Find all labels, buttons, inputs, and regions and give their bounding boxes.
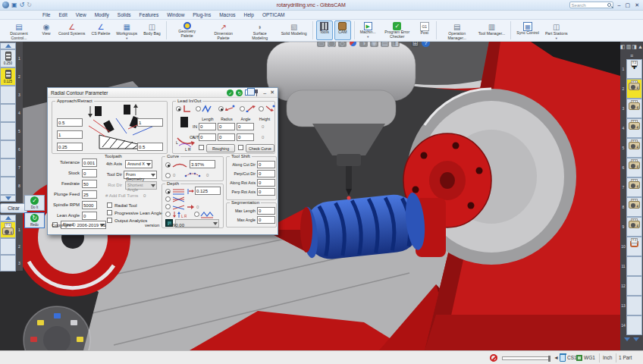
cs-palette-button[interactable]: CS Palette	[89, 20, 112, 40]
close-button[interactable]: ✕	[635, 2, 639, 8]
body-bag-button[interactable]: Body Bag	[141, 20, 163, 40]
geometry-palette-button[interactable]: Geometry Palette	[170, 20, 205, 40]
lead-in-field-2[interactable]	[237, 123, 254, 130]
roughing-checkbox[interactable]	[199, 145, 204, 150]
help-icon[interactable]	[422, 42, 430, 47]
operation-tile-14[interactable]	[626, 315, 642, 335]
redo-icon[interactable]: ↻	[27, 2, 32, 8]
minimize-button[interactable]: –	[618, 2, 621, 8]
dialog-titlebar[interactable]: Radial Contour Parameter ✓ ↻ – ✕	[48, 88, 278, 98]
menu-solids[interactable]: Solids	[118, 12, 131, 17]
search-input[interactable]: Search	[569, 2, 613, 8]
machin-button[interactable]: Machin...▼	[358, 20, 378, 40]
depth-zigzag-radio[interactable]	[194, 212, 199, 217]
process-tile-3[interactable]	[0, 255, 16, 271]
view-half-icon[interactable]	[359, 42, 368, 47]
menu-edit[interactable]: Edit	[58, 12, 67, 17]
view-frame-icon[interactable]	[317, 42, 325, 47]
ops-scroll-down2[interactable]	[633, 337, 639, 341]
depth-option-3-radio[interactable]	[165, 204, 171, 209]
ops-strip-controls[interactable]: ◧▥◨▲≡	[620, 42, 643, 59]
tool-tile-2[interactable]: 0.125	[0, 67, 16, 86]
output-analytics-checkbox[interactable]	[107, 218, 112, 223]
program-error-checker-button[interactable]: Program Error Checker	[380, 20, 415, 40]
view-palette-icon[interactable]	[350, 42, 356, 46]
lead-in-field-1[interactable]	[218, 123, 235, 130]
operation-tile-10[interactable]: T 2	[626, 237, 642, 256]
dialog-minimize-icon[interactable]: –	[263, 90, 266, 96]
view-stack-icon[interactable]	[381, 42, 389, 47]
curve-percent-field[interactable]	[190, 160, 215, 168]
cs-indicator[interactable]: CS1	[567, 355, 577, 360]
solid-modeling-button[interactable]: Solid Modeling	[279, 20, 309, 40]
max-length-field[interactable]	[257, 207, 275, 215]
roughing-button[interactable]: Roughing	[206, 144, 235, 152]
operation-tile-8[interactable]: T 1	[626, 197, 642, 217]
perp-cut-dir-field[interactable]	[257, 170, 275, 177]
check-curve-button[interactable]: Check Curve	[246, 144, 274, 152]
lead-out-field-2[interactable]	[237, 133, 254, 141]
dialog-doit-icon[interactable]: ✓	[227, 89, 234, 96]
operation-tile-4[interactable]: T 1	[626, 118, 642, 138]
menu-window[interactable]: Window	[167, 12, 184, 17]
tool-tile-7[interactable]	[0, 158, 16, 177]
dialog-close-icon[interactable]: ✕	[270, 89, 274, 96]
feedrate-field[interactable]	[82, 180, 97, 188]
along-rot-axis-field[interactable]	[257, 179, 275, 187]
operation-tile-2[interactable]: T 1	[626, 79, 642, 99]
approach-field-2[interactable]	[57, 130, 83, 139]
approach-field-1[interactable]	[57, 118, 83, 127]
tool-tile-8[interactable]	[0, 177, 16, 195]
undo-icon[interactable]: ↺	[20, 2, 25, 8]
lead-dir-radio-2[interactable]	[240, 106, 245, 111]
tool-tile-3[interactable]	[0, 86, 16, 104]
redo-button[interactable]: ↻Redo	[24, 212, 45, 228]
ops-scroll-down[interactable]	[624, 337, 630, 341]
operation-tile-9[interactable]: T 1	[626, 217, 642, 237]
tool-tile-4[interactable]	[0, 104, 16, 122]
search-icon[interactable]	[607, 3, 611, 7]
lean-angle-field[interactable]	[82, 212, 97, 220]
dimension-palette-button[interactable]: Dimension Palette	[206, 20, 241, 40]
plunge-feed-field[interactable]	[82, 190, 97, 199]
along-cut-dir-field[interactable]	[257, 161, 275, 168]
perp-rot-axis-field[interactable]	[257, 188, 275, 196]
retract-field-1[interactable]	[137, 118, 163, 127]
surface-modeling-button[interactable]: Surface Modeling	[243, 20, 278, 40]
spindle-rpm-field[interactable]	[82, 201, 97, 209]
axis-dropdown[interactable]: Around X	[125, 160, 152, 168]
cam-button[interactable]: CAM	[334, 20, 351, 40]
depth-option-1-radio[interactable]	[165, 189, 171, 194]
lead-in-field-0[interactable]	[199, 123, 216, 130]
progress-slider[interactable]	[502, 356, 550, 360]
dialog-pin-icon[interactable]	[253, 89, 259, 96]
tool-list-scroll-down[interactable]	[0, 195, 16, 202]
view-prism-icon[interactable]	[338, 42, 347, 47]
document-control-button[interactable]: Document Control...	[2, 20, 36, 40]
coord-systems-button[interactable]: Coord Systems	[56, 20, 87, 40]
app-icon[interactable]	[2, 2, 9, 8]
maximize-button[interactable]: ▢	[626, 2, 631, 8]
dialog-redo-icon[interactable]: ↻	[236, 89, 243, 96]
tool-tile-1[interactable]: 0.250	[0, 49, 16, 67]
operation-manager-button[interactable]: Operation Manager...	[440, 20, 475, 40]
process-tile-1[interactable]: T 1	[0, 221, 16, 238]
menu-macros[interactable]: Macros	[219, 12, 235, 17]
lead-dir-radio-3[interactable]	[259, 106, 264, 111]
depth-option-2-radio[interactable]	[165, 196, 171, 202]
curve-points-radio[interactable]	[165, 173, 171, 178]
operation-tile-11[interactable]	[626, 256, 642, 276]
menu-view[interactable]: View	[76, 12, 86, 17]
menu-file[interactable]: File	[42, 12, 50, 17]
stock-field[interactable]	[82, 169, 97, 177]
sync-control-button[interactable]: Sync Control	[514, 20, 541, 40]
radial-tool-checkbox[interactable]	[107, 202, 112, 208]
max-angle-field[interactable]	[257, 216, 275, 224]
expand-view-icon[interactable]	[411, 42, 419, 47]
menu-help[interactable]: Help	[244, 12, 254, 17]
menu-opticam[interactable]: OPTICAM	[262, 12, 285, 17]
approach-field-3[interactable]	[57, 143, 83, 151]
tooldir-dropdown[interactable]: From Geometry	[124, 171, 157, 179]
operation-tile-3[interactable]: T 1	[626, 99, 642, 118]
operation-tile-7[interactable]: T 1	[626, 177, 642, 197]
